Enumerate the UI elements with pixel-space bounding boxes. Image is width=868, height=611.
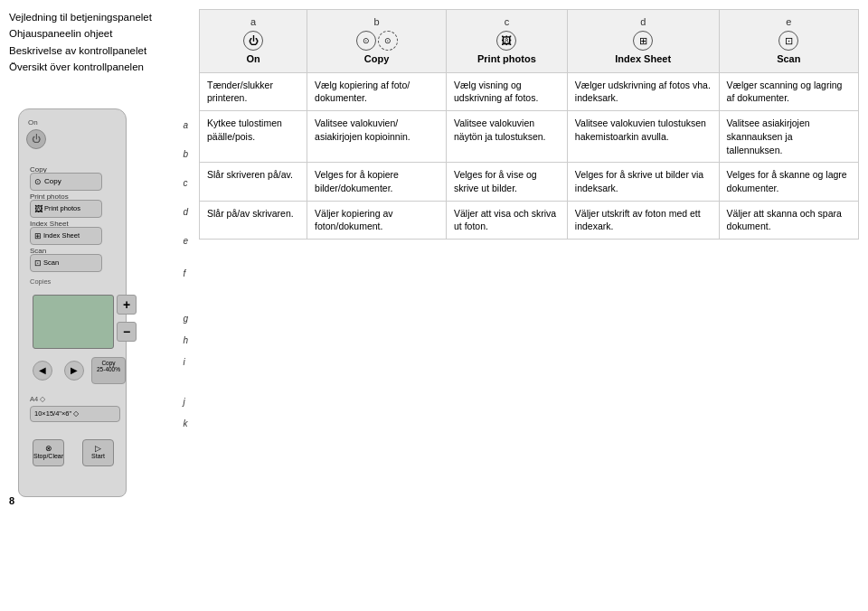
cell-e-3: Velges for å skanne og lagre dokumenter.: [719, 163, 858, 201]
paper-size-value: 10×15/4"×6" ◇: [34, 409, 79, 418]
copy-icon2: ⊙: [378, 31, 398, 51]
right-panel: a ⏻ On b ⊙ ⊙ Copy: [199, 9, 859, 506]
start-button[interactable]: ▷ Start: [82, 439, 114, 466]
row-label-e: e: [183, 237, 188, 246]
row-labels: a b c d e f g h i j k: [183, 108, 188, 428]
row-label-d: d: [183, 208, 188, 217]
col-header-c: c 🖼 Print photos: [446, 10, 567, 73]
start-label: Start: [83, 453, 113, 459]
cell-e-1: Vælger scanning og lagring af dokumenter…: [719, 72, 858, 110]
copy-button[interactable]: ⊙ Copy: [30, 173, 102, 191]
row-label-f: f: [183, 269, 188, 278]
scan-button-label: Scan: [43, 258, 59, 267]
right-arrow-button[interactable]: ▶: [64, 361, 84, 381]
row-label-j: j: [183, 398, 188, 407]
cell-a-2: Kytkee tulostimen päälle/pois.: [200, 111, 307, 163]
col-header-d: d ⊞ Index Sheet: [567, 10, 719, 73]
device-screen: [33, 295, 114, 349]
cell-e-2: Valitsee asiakirjojen skannauksen ja tal…: [719, 111, 858, 163]
row-label-h: h: [183, 336, 188, 345]
cell-b-2: Valitsee valokuvien/ asiakirjojen kopioi…: [307, 111, 447, 163]
page-number: 8: [9, 495, 14, 506]
cell-b-4: Väljer kopiering av foton/dokument.: [307, 201, 447, 239]
stop-label: Stop/Clear: [33, 453, 63, 459]
col-header-b: b ⊙ ⊙ Copy: [307, 10, 447, 73]
copy-icon: ⊙: [356, 31, 376, 51]
index-sheet-icon: ⊞: [633, 31, 653, 51]
row-label-g: g: [183, 315, 188, 324]
cell-c-3: Velges for å vise og skrive ut bilder.: [446, 163, 567, 201]
col-a-name: On: [246, 52, 259, 66]
row-label-c: c: [183, 179, 188, 188]
on-label: On: [28, 118, 38, 127]
col-d-name: Index Sheet: [615, 52, 671, 66]
main-table: a ⏻ On b ⊙ ⊙ Copy: [199, 9, 859, 240]
col-c-name: Print photos: [477, 52, 536, 66]
table-row-swedish: Slår på/av skrivaren. Väljer kopiering a…: [200, 201, 859, 239]
cell-d-1: Vælger udskrivning af fotos vha. indeksa…: [567, 72, 719, 110]
cell-e-4: Väljer att skanna och spara dokument.: [719, 201, 858, 239]
copy-button-label: Copy: [44, 177, 61, 185]
cell-b-3: Velges for å kopiere bilder/dokumenter.: [307, 163, 447, 201]
copies-label: Copies: [30, 277, 51, 286]
table-row-norwegian: Slår skriveren på/av. Velges for å kopie…: [200, 163, 859, 201]
print-photos-button[interactable]: 🖼 Print photos: [30, 200, 102, 218]
cell-d-3: Velges for å skrive ut bilder via indeks…: [567, 163, 719, 201]
minus-button[interactable]: −: [117, 322, 137, 342]
index-sheet-button-label: Index Sheet: [43, 231, 80, 240]
col-header-e: e ⊡ Scan: [719, 10, 858, 73]
copy-zoom-button[interactable]: Copy 25-400%: [91, 357, 126, 384]
title-2: Ohjauspaneelin ohjeet: [9, 25, 190, 42]
title-4: Översikt över kontrollpanelen: [9, 59, 190, 75]
paper-size-a4-label: A4 ◇: [30, 395, 45, 403]
row-label-k: k: [183, 419, 188, 428]
row-label-i: i: [183, 358, 188, 367]
on-icon: ⏻: [243, 31, 263, 51]
print-photos-button-label: Print photos: [44, 204, 80, 212]
scan-icon: ⊡: [778, 31, 798, 51]
cell-c-1: Vælg visning og udskrivning af fotos.: [446, 72, 567, 110]
index-sheet-button[interactable]: ⊞ Index Sheet: [30, 227, 102, 245]
cell-d-2: Valitsee valokuvien tulostuksen hakemist…: [567, 111, 719, 163]
copy-zoom-range: 25-400%: [94, 366, 123, 373]
cell-b-1: Vælg kopiering af foto/ dokumenter.: [307, 72, 447, 110]
cell-c-2: Valitsee valokuvien näytön ja tulostukse…: [446, 111, 567, 163]
cell-c-4: Väljer att visa och skriva ut foton.: [446, 201, 567, 239]
col-e-name: Scan: [777, 52, 800, 66]
title-block: Vejledning til betjeningspanelet Ohjausp…: [9, 9, 190, 76]
plus-button[interactable]: +: [117, 295, 137, 315]
cell-a-4: Slår på/av skrivaren.: [200, 201, 307, 239]
cell-a-1: Tænder/slukker printeren.: [200, 72, 307, 110]
row-label-b: b: [183, 150, 188, 159]
device-illustration: On Copy ⊙ Copy Print photos 🖼 Print phot…: [18, 90, 172, 506]
on-button[interactable]: [26, 129, 46, 149]
stop-clear-button[interactable]: ⊗ Stop/Clear: [33, 439, 64, 466]
title-1: Vejledning til betjeningspanelet: [9, 9, 190, 25]
cell-a-3: Slår skriveren på/av.: [200, 163, 307, 201]
col-header-a: a ⏻ On: [200, 10, 307, 73]
device-body: On Copy ⊙ Copy Print photos 🖼 Print phot…: [18, 108, 127, 497]
table-row-danish: Tænder/slukker printeren. Vælg kopiering…: [200, 72, 859, 110]
scan-button[interactable]: ⊡ Scan: [30, 254, 102, 272]
title-3: Beskrivelse av kontrollpanelet: [9, 42, 190, 59]
row-label-a: a: [183, 121, 188, 130]
table-row-finnish: Kytkee tulostimen päälle/pois. Valitsee …: [200, 111, 859, 163]
left-arrow-button[interactable]: ◀: [33, 361, 52, 381]
left-panel: Vejledning til betjeningspanelet Ohjausp…: [9, 9, 190, 506]
paper-size-button[interactable]: 10×15/4"×6" ◇: [30, 406, 120, 422]
print-photos-icon: 🖼: [496, 31, 516, 51]
col-b-name: Copy: [364, 52, 390, 66]
copy-zoom-label: Copy: [94, 360, 123, 367]
cell-d-4: Väljer utskrift av foton med ett indexar…: [567, 201, 719, 239]
